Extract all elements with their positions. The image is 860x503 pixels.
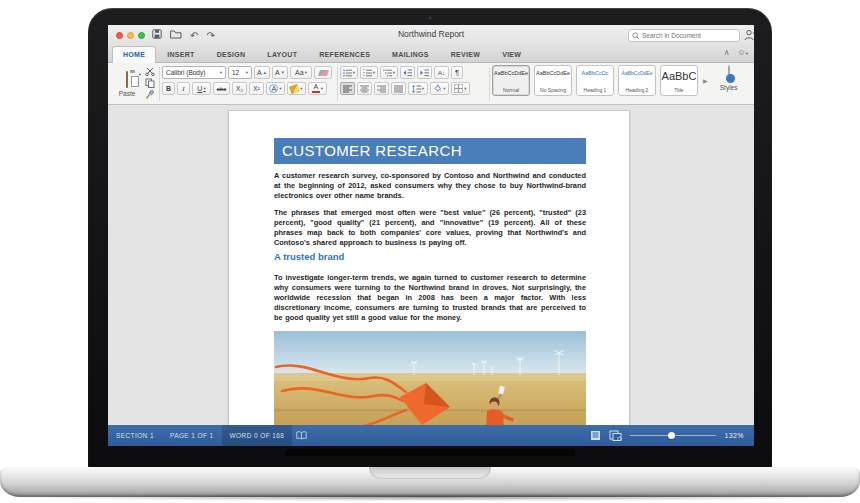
copy-icon xyxy=(145,78,155,88)
styles-group: AaBbCcDdEe Normal AaBbCcDdEe No Spacing … xyxy=(492,65,752,96)
tab-design[interactable]: DESIGN xyxy=(206,46,257,63)
tab-view[interactable]: VIEW xyxy=(491,46,532,63)
font-size-select[interactable]: 12▾ xyxy=(228,66,252,79)
style-card-heading-1[interactable]: AaBbCcDc Heading 1 xyxy=(576,65,614,96)
tab-mailings[interactable]: MAILINGS xyxy=(381,46,440,63)
borders-icon xyxy=(454,84,463,93)
smiley-icon: ☺ xyxy=(738,48,746,57)
justify-button[interactable] xyxy=(391,82,406,95)
hinge-slot xyxy=(285,449,575,456)
cut-button[interactable] xyxy=(144,66,156,76)
document-photo[interactable] xyxy=(274,331,586,425)
styles-pane-button[interactable]: Styles xyxy=(713,65,745,91)
justify-icon xyxy=(394,85,403,93)
text-effects-button[interactable]: A▾ xyxy=(266,82,285,95)
window-chrome: ↶ ↷ Northwind Report HOME INSERT DESIGN … xyxy=(108,25,754,63)
laptop-shadow xyxy=(14,494,846,501)
tab-home[interactable]: HOME xyxy=(112,46,156,63)
styles-pane-icon xyxy=(728,65,730,82)
document-canvas[interactable]: CUSTOMER RESEARCH A customer research su… xyxy=(108,105,754,425)
strikethrough-button[interactable]: abc xyxy=(213,82,230,95)
chevron-down-icon: ▾ xyxy=(746,51,748,56)
feedback-button[interactable]: ☺▾ xyxy=(738,48,748,57)
text-effects-icon: A xyxy=(269,84,278,93)
style-card-normal[interactable]: AaBbCcDdEe Normal xyxy=(492,65,530,96)
webcam-dot xyxy=(428,16,432,20)
book-icon xyxy=(296,431,307,440)
align-center-button[interactable] xyxy=(357,82,372,95)
align-left-button[interactable] xyxy=(340,82,355,95)
shrink-font-button[interactable]: A▼ xyxy=(272,66,288,79)
grow-font-button[interactable]: A▲ xyxy=(254,66,270,79)
font-color-icon: A xyxy=(312,84,320,93)
style-card-title[interactable]: AaBbC Title xyxy=(660,65,698,96)
document-subheading: A trusted brand xyxy=(274,251,344,262)
document-page[interactable]: CUSTOMER RESEARCH A customer research su… xyxy=(228,110,630,425)
increase-indent-button[interactable] xyxy=(417,66,432,79)
line-spacing-button[interactable]: ▾ xyxy=(408,82,428,95)
paint-bucket-icon xyxy=(433,84,442,93)
align-right-icon xyxy=(377,85,386,93)
tab-layout[interactable]: LAYOUT xyxy=(256,46,308,63)
italic-button[interactable]: I xyxy=(177,82,190,95)
arrow-up-icon: ▲ xyxy=(263,70,267,75)
title-bar: ↶ ↷ Northwind Report xyxy=(108,25,754,46)
collapse-ribbon-button[interactable]: ∧ xyxy=(724,48,730,57)
borders-button[interactable]: ▾ xyxy=(451,82,470,95)
font-color-button[interactable]: A▾ xyxy=(308,82,327,95)
proofing-button[interactable] xyxy=(296,431,307,440)
show-paragraph-marks-button[interactable]: ¶ xyxy=(451,66,463,79)
clear-formatting-button[interactable] xyxy=(314,66,332,79)
tab-insert[interactable]: INSERT xyxy=(156,46,205,63)
share-button[interactable] xyxy=(744,29,754,44)
zoom-slider-knob[interactable] xyxy=(668,432,675,439)
align-left-icon xyxy=(343,85,352,93)
zoom-level[interactable]: 132% xyxy=(724,432,744,439)
scissors-icon xyxy=(145,67,155,76)
paste-dropdown-icon: ▾ xyxy=(139,72,141,77)
status-section[interactable]: SECTION 1 xyxy=(108,425,162,446)
chevron-down-icon: ▾ xyxy=(220,70,222,75)
superscript-button[interactable]: X² xyxy=(249,82,264,95)
numbering-button[interactable]: ▾ xyxy=(360,66,378,79)
clipboard-group: ▾ Paste xyxy=(112,66,158,102)
draft-view-button[interactable] xyxy=(590,430,601,441)
sort-button[interactable]: A↓ xyxy=(434,66,449,79)
format-painter-button[interactable] xyxy=(144,90,156,100)
word-window: ↶ ↷ Northwind Report HOME INSERT DESIGN … xyxy=(108,25,754,446)
paragraph-group: ▾ ▾ ▾ A↓ ¶ xyxy=(340,66,488,95)
style-card-heading-2[interactable]: AaBbCcDdEe Heading 2 xyxy=(618,65,656,96)
ribbon-tab-bar: HOME INSERT DESIGN LAYOUT REFERENCES MAI… xyxy=(108,46,754,63)
styles-gallery-more-button[interactable]: ▶ xyxy=(702,77,709,84)
format-painter-icon xyxy=(145,90,155,100)
document-paragraph: A customer research survey, co-sponsored… xyxy=(274,171,586,201)
align-right-button[interactable] xyxy=(374,82,389,95)
copy-button[interactable] xyxy=(144,78,156,88)
paste-button[interactable]: ▾ Paste xyxy=(114,66,140,102)
status-page[interactable]: PAGE 1 OF 1 xyxy=(162,425,222,446)
zoom-slider[interactable] xyxy=(630,425,716,446)
tab-references[interactable]: REFERENCES xyxy=(308,46,381,63)
status-word-count[interactable]: WORD 0 OF 168 xyxy=(222,425,293,446)
shading-button[interactable]: ▾ xyxy=(430,82,449,95)
style-card-no-spacing[interactable]: AaBbCcDdEe No Spacing xyxy=(534,65,572,96)
bullet-list-icon xyxy=(343,69,352,77)
change-case-button[interactable]: Aa▾ xyxy=(290,66,312,79)
share-person-icon xyxy=(744,29,754,41)
font-name-select[interactable]: Calibri (Body)▾ xyxy=(162,66,226,79)
tab-review[interactable]: REVIEW xyxy=(440,46,491,63)
print-layout-view-button[interactable] xyxy=(609,430,622,441)
styles-badge xyxy=(726,74,735,83)
multilevel-list-button[interactable]: ▾ xyxy=(380,66,398,79)
subscript-button[interactable]: X₂ xyxy=(232,82,247,95)
line-spacing-icon xyxy=(412,85,421,93)
align-center-icon xyxy=(360,85,369,93)
search-input[interactable] xyxy=(642,32,734,39)
decrease-indent-button[interactable] xyxy=(400,66,415,79)
underline-button[interactable]: U▾ xyxy=(192,82,211,95)
bold-button[interactable]: B xyxy=(162,82,175,95)
bullets-button[interactable]: ▾ xyxy=(340,66,358,79)
highlight-button[interactable]: ▾ xyxy=(287,82,306,95)
chevron-down-icon: ▾ xyxy=(246,70,248,75)
document-search[interactable] xyxy=(628,29,740,42)
